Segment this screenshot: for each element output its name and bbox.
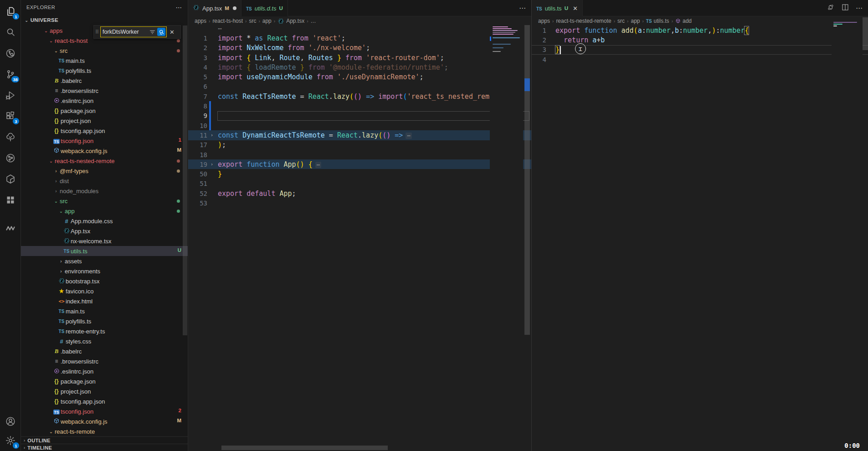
horizontal-scrollbar[interactable]: [221, 446, 388, 450]
activitybar-search-icon[interactable]: [0, 22, 21, 43]
activitybar-settings-icon[interactable]: 1: [0, 430, 21, 451]
breadcrumb-item-app[interactable]: app: [262, 18, 272, 24]
code-line-5[interactable]: 5import useDynamicModule from './useDyna…: [188, 72, 531, 82]
activitybar-extensions-icon[interactable]: 3: [0, 106, 21, 127]
fold-chevron-icon[interactable]: ›: [207, 133, 216, 138]
code-line-18[interactable]: 18: [188, 150, 531, 159]
code-editor-left[interactable]: ⋯1import * as React from 'react';2import…: [188, 24, 531, 208]
tab-utils.ts[interactable]: TSutils.tsU✕: [532, 0, 583, 16]
code-line-11[interactable]: 11›const DynamicReactTsRemote = React.la…: [188, 130, 531, 140]
more-actions-icon[interactable]: ⋯: [856, 4, 863, 12]
code-line-4[interactable]: 4import { loadRemote } from '@module-fed…: [188, 62, 531, 72]
tree-file-package.json[interactable]: {}package.json: [21, 376, 188, 386]
breadcrumb-item-utils.ts[interactable]: TSutils.ts: [646, 18, 669, 24]
code-line-6[interactable]: 6: [188, 82, 531, 92]
tree-file-.browserslistrc[interactable]: ≡.browserslistrc: [21, 356, 188, 366]
code-line-19[interactable]: 19›export function App() {⋯: [188, 159, 531, 169]
breadcrumb-item-apps[interactable]: apps: [538, 18, 550, 24]
minimap[interactable]: [490, 24, 523, 215]
tree-folder-environments[interactable]: ›environments: [21, 266, 188, 276]
code-line-52[interactable]: 52export default App;: [188, 189, 531, 198]
tree-folder-src[interactable]: ⌄src: [21, 46, 188, 56]
tree-file-tsconfig.app.json[interactable]: {}tsconfig.app.json: [21, 396, 188, 406]
tree-file-utils.ts[interactable]: TSutils.tsU: [21, 246, 188, 256]
minimap[interactable]: [832, 18, 863, 55]
code-line-50[interactable]: 50}: [188, 169, 531, 179]
tree-file-.browserslistrc[interactable]: ≡.browserslistrc: [21, 86, 188, 96]
close-icon[interactable]: ✕: [573, 5, 578, 12]
tree-folder-dist[interactable]: ›dist: [21, 176, 188, 186]
code-line-fold[interactable]: ⋯: [188, 24, 531, 33]
activitybar-source-control-icon[interactable]: 38: [0, 64, 21, 85]
breadcrumb-item-app[interactable]: app: [631, 18, 640, 24]
breadcrumb-item-src[interactable]: src: [249, 18, 256, 24]
tree-file-styles.css[interactable]: #styles.css: [21, 336, 188, 346]
tab-utils.d.ts[interactable]: TSutils.d.tsU: [241, 0, 288, 16]
tree-file-package.json[interactable]: {}package.json: [21, 106, 188, 116]
filter-icon[interactable]: [148, 28, 156, 36]
sync-changes-icon[interactable]: [827, 3, 835, 13]
more-actions-icon[interactable]: ⋯: [519, 4, 526, 12]
breadcrumb-item-react-ts-host[interactable]: react-ts-host: [212, 18, 243, 24]
tree-folder-src[interactable]: ⌄src: [21, 196, 188, 206]
activitybar-git-graph-icon[interactable]: [0, 148, 21, 169]
vertical-scrollbar[interactable]: [862, 16, 868, 451]
activitybar-nx-console-icon[interactable]: [0, 169, 21, 190]
tree-file-.eslintrc.json[interactable]: .eslintrc.json: [21, 366, 188, 376]
code-line-53[interactable]: 53: [188, 198, 531, 208]
tree-file-polyfills.ts[interactable]: TSpolyfills.ts: [21, 66, 188, 76]
activitybar-todo-tree-icon[interactable]: [0, 127, 21, 148]
vertical-scrollbar[interactable]: [524, 24, 530, 447]
code-line-17[interactable]: 17);: [188, 140, 531, 150]
activitybar-run-debug-icon[interactable]: [0, 85, 21, 106]
explorer-more-actions-icon[interactable]: ⋯: [176, 4, 182, 11]
tree-file-tsconfig.app.json[interactable]: {}tsconfig.app.json: [21, 126, 188, 136]
code-line-51[interactable]: 51: [188, 179, 531, 189]
tree-file-tsconfig.json[interactable]: TStsconfig.json1: [21, 136, 188, 146]
tree-folder-app[interactable]: ⌄app: [21, 206, 188, 216]
tree-folder-@mf-types[interactable]: ›@mf-types: [21, 166, 188, 176]
timeline-section-header[interactable]: › TIMELINE: [21, 444, 188, 451]
close-icon[interactable]: ✕: [167, 29, 177, 36]
tree-file-.eslintrc.json[interactable]: .eslintrc.json: [21, 96, 188, 106]
tree-file-main.ts[interactable]: TSmain.ts: [21, 306, 188, 316]
tree-file-tsconfig.json[interactable]: TStsconfig.json2: [21, 406, 188, 416]
code-line-1[interactable]: 1import * as React from 'react';: [188, 33, 531, 43]
split-editor-icon[interactable]: [841, 3, 849, 13]
fold-chevron-icon[interactable]: ›: [207, 162, 216, 167]
tree-folder-assets[interactable]: ›assets: [21, 256, 188, 266]
tree-file-favicon.ico[interactable]: ★favicon.ico: [21, 286, 188, 296]
activitybar-remote-graph-icon[interactable]: [0, 43, 21, 64]
workspace-root-row[interactable]: ⌄ UNIVERSE: [21, 15, 188, 26]
activitybar-accounts-icon[interactable]: [0, 411, 21, 432]
tree-file-remote-entry.ts[interactable]: TSremote-entry.ts: [21, 326, 188, 336]
tree-folder-react-ts-nested-remote[interactable]: ⌄react-ts-nested-remote: [21, 156, 188, 166]
code-line-9[interactable]: 9: [188, 111, 531, 121]
breadcrumb-item-react-ts-nested-remote[interactable]: react-ts-nested-remote: [556, 18, 611, 24]
code-editor-right[interactable]: 1export function add(a:number,b:number,)…: [532, 26, 868, 64]
tree-file-nx-welcome.tsx[interactable]: nx-welcome.tsx: [21, 236, 188, 246]
fuzzy-search-icon[interactable]: [157, 28, 165, 36]
tree-file-index.html[interactable]: <>index.html: [21, 296, 188, 306]
tree-file-.babelrc[interactable]: B.babelrc: [21, 76, 188, 86]
dirty-dot-icon[interactable]: [233, 6, 236, 10]
breadcrumb-item-apps[interactable]: apps: [195, 18, 206, 24]
tab-App.tsx[interactable]: App.tsxM: [188, 0, 241, 16]
tree-folder-react-ts-remote[interactable]: ⌄react-ts-remote: [21, 426, 188, 436]
activitybar-webviews-icon[interactable]: [0, 190, 21, 210]
tree-file-App.module.css[interactable]: #App.module.css: [21, 216, 188, 226]
tree-file-project.json[interactable]: {}project.json: [21, 386, 188, 396]
breadcrumb-item-add[interactable]: add: [675, 18, 692, 24]
code-line-1[interactable]: 1export function add(a:number,b:number,)…: [532, 26, 868, 35]
outline-section-header[interactable]: › OUTLINE: [21, 436, 188, 444]
tree-file-project.json[interactable]: {}project.json: [21, 116, 188, 126]
sidebar-scrollbar[interactable]: [183, 26, 187, 335]
find-widget-grip[interactable]: ⠿: [94, 29, 100, 35]
code-line-3[interactable]: 3import { Link, Route, Routes } from 're…: [188, 53, 531, 62]
code-line-8[interactable]: 8: [188, 101, 531, 111]
code-line-4[interactable]: 4: [532, 55, 868, 64]
tree-file-App.tsx[interactable]: App.tsx: [21, 226, 188, 236]
tree-folder-node_modules[interactable]: ›node_modules: [21, 186, 188, 196]
tree-filter-input[interactable]: [101, 29, 148, 35]
code-line-2[interactable]: 2 return a+b: [532, 35, 868, 45]
